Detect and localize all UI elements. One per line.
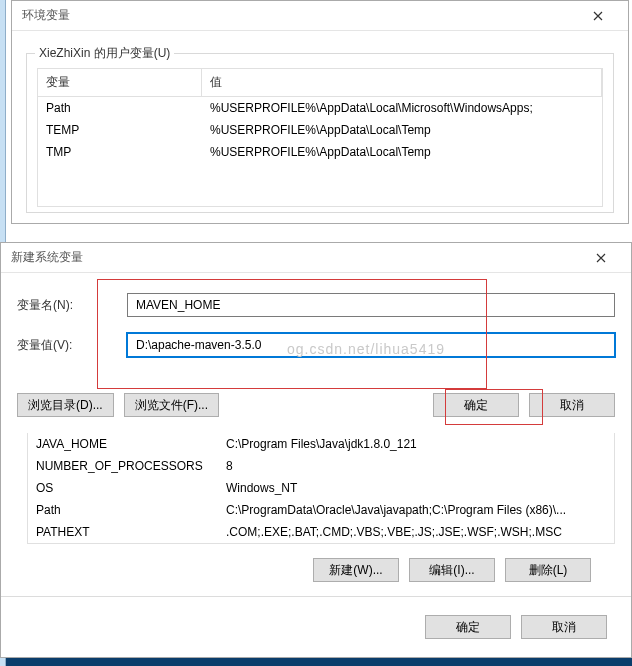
cell-var: TMP bbox=[46, 145, 210, 159]
cell-var: PATHEXT bbox=[36, 525, 226, 539]
table-row[interactable]: TEMP %USERPROFILE%\AppData\Local\Temp bbox=[38, 119, 602, 141]
new-button[interactable]: 新建(W)... bbox=[313, 558, 399, 582]
close-icon[interactable] bbox=[581, 244, 621, 272]
cell-var: OS bbox=[36, 481, 226, 495]
table-row[interactable]: PATHEXT .COM;.EXE;.BAT;.CMD;.VBS;.VBE;.J… bbox=[28, 521, 614, 543]
new-system-variable-dialog: 新建系统变量 变量名(N): 变量值(V): og.csdn.net/lihua… bbox=[0, 242, 632, 658]
env-dialog-title: 环境变量 bbox=[22, 7, 70, 24]
col-header-variable[interactable]: 变量 bbox=[38, 69, 202, 96]
variable-value-label: 变量值(V): bbox=[17, 337, 127, 354]
newvar-titlebar[interactable]: 新建系统变量 bbox=[1, 243, 631, 273]
col-header-value[interactable]: 值 bbox=[202, 69, 602, 96]
cancel-button[interactable]: 取消 bbox=[521, 615, 607, 639]
cell-val: %USERPROFILE%\AppData\Local\Temp bbox=[210, 145, 594, 159]
cell-val: %USERPROFILE%\AppData\Local\Microsoft\Wi… bbox=[210, 101, 594, 115]
browse-file-button[interactable]: 浏览文件(F)... bbox=[124, 393, 219, 417]
cell-val: 8 bbox=[226, 459, 606, 473]
cell-var: Path bbox=[46, 101, 210, 115]
cell-var: TEMP bbox=[46, 123, 210, 137]
variable-value-input[interactable] bbox=[127, 333, 615, 357]
ok-button[interactable]: 确定 bbox=[433, 393, 519, 417]
variable-name-label: 变量名(N): bbox=[17, 297, 127, 314]
table-row[interactable]: NUMBER_OF_PROCESSORS 8 bbox=[28, 455, 614, 477]
ok-button[interactable]: 确定 bbox=[425, 615, 511, 639]
env-variables-dialog: 环境变量 XieZhiXin 的用户变量(U) 变量 值 Path %USERP… bbox=[11, 0, 629, 224]
cell-val: .COM;.EXE;.BAT;.CMD;.VBS;.VBE;.JS;.JSE;.… bbox=[226, 525, 606, 539]
table-row[interactable]: TMP %USERPROFILE%\AppData\Local\Temp bbox=[38, 141, 602, 163]
edit-button[interactable]: 编辑(I)... bbox=[409, 558, 495, 582]
cell-var: Path bbox=[36, 503, 226, 517]
env-dialog-titlebar[interactable]: 环境变量 bbox=[12, 1, 628, 31]
user-variables-label: XieZhiXin 的用户变量(U) bbox=[35, 45, 174, 62]
cell-val: Windows_NT bbox=[226, 481, 606, 495]
close-icon[interactable] bbox=[578, 2, 618, 30]
user-variables-group: XieZhiXin 的用户变量(U) 变量 值 Path %USERPROFIL… bbox=[26, 53, 614, 213]
table-row[interactable]: Path C:\ProgramData\Oracle\Java\javapath… bbox=[28, 499, 614, 521]
delete-button[interactable]: 删除(L) bbox=[505, 558, 591, 582]
table-row[interactable]: Path %USERPROFILE%\AppData\Local\Microso… bbox=[38, 97, 602, 119]
user-table-header: 变量 值 bbox=[37, 68, 603, 97]
newvar-title: 新建系统变量 bbox=[11, 249, 83, 266]
table-row[interactable]: JAVA_HOME C:\Program Files\Java\jdk1.8.0… bbox=[28, 433, 614, 455]
system-variables-area: JAVA_HOME C:\Program Files\Java\jdk1.8.0… bbox=[1, 433, 631, 596]
system-table-body[interactable]: JAVA_HOME C:\Program Files\Java\jdk1.8.0… bbox=[27, 433, 615, 544]
cell-var: JAVA_HOME bbox=[36, 437, 226, 451]
cell-val: %USERPROFILE%\AppData\Local\Temp bbox=[210, 123, 594, 137]
cancel-button[interactable]: 取消 bbox=[529, 393, 615, 417]
user-table-body[interactable]: Path %USERPROFILE%\AppData\Local\Microso… bbox=[37, 97, 603, 207]
table-row[interactable]: OS Windows_NT bbox=[28, 477, 614, 499]
browse-directory-button[interactable]: 浏览目录(D)... bbox=[17, 393, 114, 417]
variable-name-input[interactable] bbox=[127, 293, 615, 317]
cell-val: C:\Program Files\Java\jdk1.8.0_121 bbox=[226, 437, 606, 451]
cell-var: NUMBER_OF_PROCESSORS bbox=[36, 459, 226, 473]
cell-val: C:\ProgramData\Oracle\Java\javapath;C:\P… bbox=[226, 503, 606, 517]
